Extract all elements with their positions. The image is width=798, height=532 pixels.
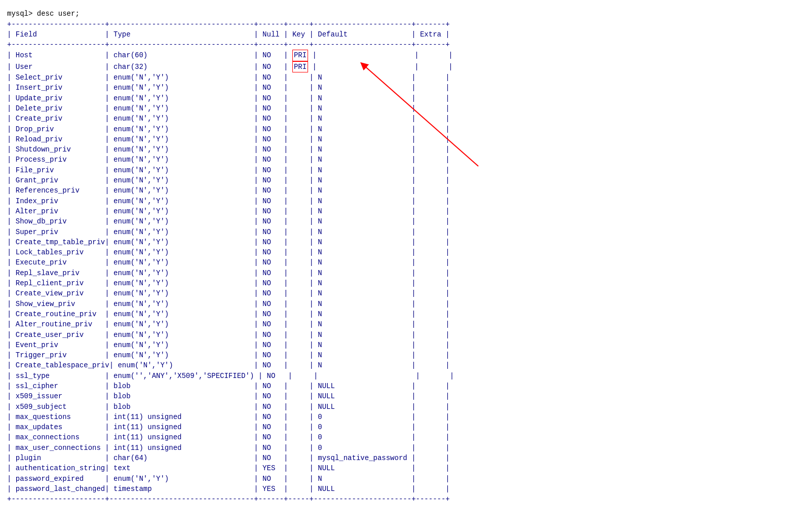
table-content: +----------------------+----------------… <box>7 19 791 505</box>
pri-badge-host: PRI <box>292 50 308 61</box>
pri-badge-user: PRI <box>292 61 308 72</box>
terminal-window: mysql> desc user; +---------------------… <box>5 5 793 509</box>
command-line: mysql> desc user; <box>7 9 791 19</box>
table-output: +----------------------+----------------… <box>7 19 791 505</box>
